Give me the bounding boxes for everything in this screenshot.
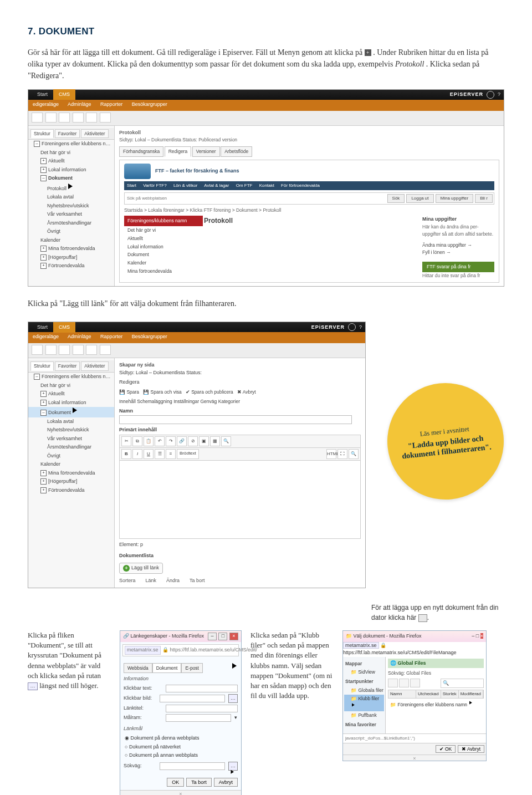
- eye-icon[interactable]: [487, 91, 494, 99]
- cancel-button[interactable]: Avbryt: [214, 778, 238, 787]
- underline-icon[interactable]: U: [144, 449, 154, 459]
- tree-item[interactable]: +Mina förtroendevalda: [28, 244, 114, 253]
- toolbar-btn[interactable]: [59, 345, 70, 355]
- sidebar-item[interactable]: Lokal information: [124, 243, 196, 251]
- undo-icon[interactable]: ↶: [155, 436, 165, 446]
- ok-button[interactable]: ✔ OK: [436, 745, 456, 753]
- viewtab[interactable]: Versioner: [192, 146, 220, 157]
- tree-item-selected[interactable]: –Dokument: [28, 407, 114, 417]
- paste-icon[interactable]: 📋: [144, 436, 154, 446]
- tree-tab[interactable]: Favoriter: [55, 361, 80, 371]
- sidebar-item[interactable]: Mina förtroendevalda: [124, 267, 196, 276]
- tree-item[interactable]: +Mina förtroendevalda: [28, 469, 114, 478]
- add-link-button[interactable]: + Lägg till länk: [119, 563, 163, 574]
- radio-option[interactable]: ◉ Dokument på denna webbplats: [125, 735, 238, 742]
- tree-tab[interactable]: Aktiviteter: [81, 361, 108, 371]
- subnav-item[interactable]: Adminläge: [68, 101, 91, 107]
- unlink-icon[interactable]: ⊘: [188, 436, 198, 446]
- tree-item[interactable]: +Lokal information: [28, 166, 114, 175]
- inner-tab[interactable]: Inställningar: [173, 399, 199, 404]
- targetframe-input[interactable]: [166, 714, 231, 722]
- edit-tab[interactable]: Redigera: [119, 379, 140, 385]
- toolbar-btn[interactable]: [32, 113, 43, 123]
- subnav-item[interactable]: edigeraläge: [33, 334, 59, 339]
- tree-item[interactable]: +Förtroendevalda: [28, 486, 114, 495]
- tree-item[interactable]: Nyhetsbrev/utskick: [28, 202, 114, 211]
- eye-icon[interactable]: [348, 323, 356, 331]
- sidebar-item[interactable]: Aktuellt: [124, 235, 196, 243]
- toolbar-btn[interactable]: [100, 113, 111, 123]
- site-nav-item[interactable]: För förtroendevalda: [281, 183, 320, 188]
- site-nav-item[interactable]: Varför FTF?: [143, 183, 167, 188]
- green-cta[interactable]: FTF svarar på dina fr: [422, 262, 494, 272]
- toolbar-btn[interactable]: [86, 113, 97, 123]
- subnav-item[interactable]: Adminläge: [68, 334, 91, 339]
- tree-tab[interactable]: Struktur: [30, 361, 54, 371]
- tree-item[interactable]: –Dokument: [28, 174, 114, 183]
- tree-item[interactable]: Övrigt: [28, 227, 114, 236]
- tree-item[interactable]: +Aktuellt: [28, 157, 114, 166]
- remove-button[interactable]: Ta bort: [186, 778, 212, 787]
- tree-tab-aktiviteter[interactable]: Aktiviteter: [81, 129, 108, 139]
- tree-item[interactable]: Kalender: [28, 236, 114, 245]
- tab-start[interactable]: Start: [32, 89, 53, 100]
- richtext-area[interactable]: [119, 461, 361, 539]
- tree-item[interactable]: Kalender: [28, 460, 114, 469]
- link-icon[interactable]: 🔗: [177, 436, 187, 446]
- signup-button[interactable]: Bli r: [475, 194, 493, 203]
- site-nav-item[interactable]: Start: [127, 183, 136, 188]
- cut-icon[interactable]: ✂: [121, 436, 131, 446]
- viewtab[interactable]: Förhandsgranska: [119, 146, 163, 157]
- tree-item[interactable]: Vår verksamhet: [28, 435, 114, 444]
- tree-item[interactable]: +Förtroendevalda: [28, 262, 114, 271]
- tool-btn[interactable]: [388, 679, 398, 687]
- toolbar-btn[interactable]: [73, 345, 84, 355]
- list-icon[interactable]: ☰: [155, 449, 165, 459]
- right-link[interactable]: Ändra mina uppgifter →: [422, 242, 494, 249]
- site-nav-item[interactable]: Kontakt: [259, 183, 274, 188]
- tree-item[interactable]: –Föreningens eller klubbens namn: [28, 140, 114, 149]
- toolbar-btn[interactable]: [45, 113, 57, 123]
- tree-item[interactable]: Årsmöteshandlingar: [28, 443, 114, 452]
- tree-item[interactable]: Årsmöteshandlingar: [28, 219, 114, 228]
- tree-item[interactable]: Lokala avtal: [28, 193, 114, 202]
- ok-button[interactable]: OK: [167, 778, 184, 787]
- name-input[interactable]: [119, 415, 352, 424]
- bold-icon[interactable]: B: [121, 449, 131, 459]
- viewtab[interactable]: Arbetsflöde: [221, 146, 252, 157]
- action-tabort[interactable]: Ta bort: [190, 577, 205, 585]
- save-view-btn[interactable]: Spara och visa: [151, 389, 182, 395]
- cancel-btn[interactable]: Avbryt: [243, 389, 256, 395]
- search-icon[interactable]: 🔍: [221, 436, 231, 446]
- inner-tab[interactable]: Innehåll: [119, 399, 136, 404]
- copy-icon[interactable]: ⧉: [132, 436, 142, 446]
- search-button[interactable]: Sök: [387, 194, 405, 203]
- italic-icon[interactable]: I: [132, 449, 142, 459]
- action-sortera[interactable]: Sortera: [119, 577, 136, 585]
- maximize-icon[interactable]: □: [476, 633, 479, 639]
- tree-item[interactable]: Protokoll: [28, 183, 114, 193]
- sidebar-item[interactable]: Kalender: [124, 259, 196, 267]
- logout-button[interactable]: Logga ut: [406, 194, 433, 203]
- tab-start[interactable]: Start: [32, 322, 53, 333]
- html-toggle[interactable]: HTML: [326, 449, 336, 459]
- inner-tab[interactable]: Schemaläggning: [137, 399, 172, 404]
- subnav-item[interactable]: Besökargrupper: [132, 334, 167, 339]
- dialog-tab[interactable]: Webbsida: [124, 663, 152, 674]
- cancel-button[interactable]: ✖ Avbryt: [458, 745, 484, 753]
- tree-item[interactable]: +[Högerpuffar]: [28, 477, 114, 486]
- sidebar-item[interactable]: Det här gör vi: [124, 226, 196, 235]
- subnav-item[interactable]: Rapporter: [100, 334, 122, 339]
- subnav-item[interactable]: Rapporter: [100, 101, 122, 107]
- toolbar-btn[interactable]: [100, 345, 111, 355]
- inner-tab[interactable]: Kategorier: [218, 399, 240, 404]
- col-header[interactable]: Storlek: [441, 690, 459, 698]
- table-icon[interactable]: ▦: [210, 436, 220, 446]
- image-icon[interactable]: ▣: [199, 436, 209, 446]
- tree-item[interactable]: Övrigt: [28, 452, 114, 461]
- search-input[interactable]: 🔍: [441, 679, 484, 689]
- side-item[interactable]: 📁 Puffbank: [344, 711, 384, 720]
- inner-tab[interactable]: Genväg: [201, 399, 217, 404]
- style-select[interactable]: Brödtext: [177, 449, 199, 459]
- dialog-tab[interactable]: E-post: [181, 663, 203, 674]
